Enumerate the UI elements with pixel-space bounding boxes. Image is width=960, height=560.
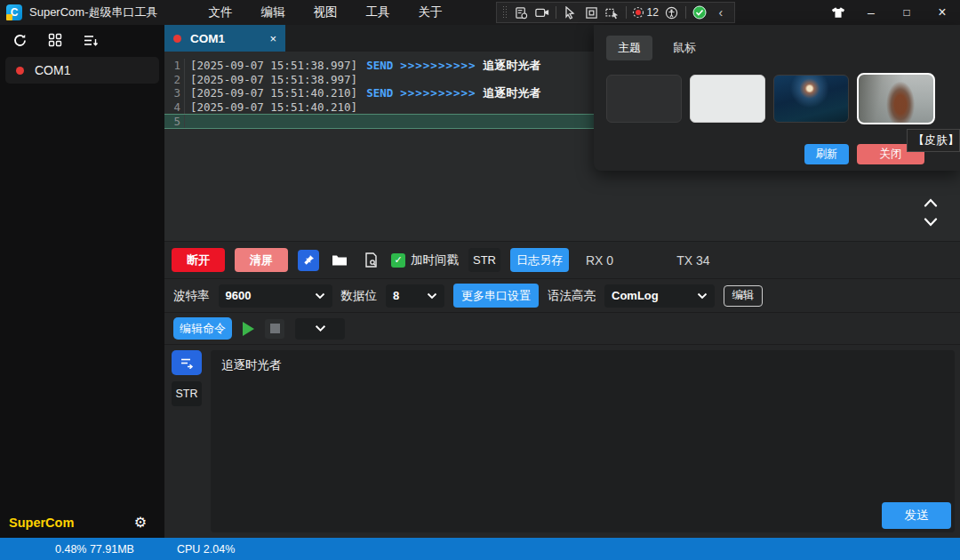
line-number: 2 bbox=[164, 73, 184, 87]
region-capture-icon[interactable] bbox=[583, 4, 599, 20]
cpu-usage: CPU 2.04% bbox=[177, 543, 235, 556]
toolbar-separator bbox=[626, 6, 627, 19]
log-send-tag: SEND bbox=[366, 86, 393, 100]
syntax-highlight-select[interactable]: ComLog bbox=[604, 284, 715, 308]
chevron-down-icon bbox=[427, 292, 437, 300]
clear-screen-button[interactable]: 清屏 bbox=[235, 248, 288, 272]
record-icon bbox=[632, 6, 644, 19]
maximize-button[interactable]: □ bbox=[889, 0, 924, 25]
data-bits-select[interactable]: 8 bbox=[386, 284, 444, 308]
disconnect-button[interactable]: 断开 bbox=[172, 248, 225, 272]
open-folder-icon[interactable] bbox=[329, 250, 350, 271]
chevron-down-icon bbox=[315, 324, 326, 332]
titlebar: C SuperCom-超级串口工具 文件 编辑 视图 工具 关于 bbox=[0, 0, 960, 25]
accessibility-icon[interactable] bbox=[664, 4, 680, 20]
baud-rate-label: 波特率 bbox=[173, 288, 210, 304]
toolbar-separator bbox=[685, 6, 686, 19]
connection-toolbar: 断开 清屏 ✓ 加时间戳 STR 日志另存 RX 0 TX 34 bbox=[164, 241, 960, 278]
menu-view[interactable]: 视图 bbox=[305, 2, 345, 23]
skin-theme-icon[interactable] bbox=[823, 0, 853, 25]
app-title: SuperCom-超级串口工具 bbox=[29, 4, 157, 20]
close-button[interactable]: × bbox=[924, 0, 960, 25]
send-input[interactable]: 追逐时光者 bbox=[211, 350, 955, 532]
edit-commands-button[interactable]: 编辑命令 bbox=[173, 317, 232, 340]
theme-tab[interactable]: 主题 bbox=[606, 36, 652, 60]
log-message: 追逐时光者 bbox=[484, 86, 541, 100]
brand-row: SuperCom ⚙ bbox=[0, 508, 164, 538]
check-status-icon[interactable] bbox=[692, 4, 708, 20]
menu-file[interactable]: 文件 bbox=[200, 2, 240, 23]
tab-close-icon[interactable]: × bbox=[269, 32, 276, 45]
menu-about[interactable]: 关于 bbox=[410, 2, 450, 23]
save-log-button[interactable]: 日志另存 bbox=[510, 248, 569, 272]
sidebar-item-com1[interactable]: COM1 bbox=[5, 57, 159, 84]
camera-icon[interactable] bbox=[534, 4, 550, 20]
log-timestamp: [2025-09-07 15:51:38.997] bbox=[190, 59, 357, 73]
gutter-divider bbox=[184, 73, 185, 87]
line-number: 3 bbox=[164, 86, 184, 100]
gutter-divider bbox=[184, 100, 185, 115]
chevron-down-icon bbox=[697, 292, 708, 300]
send-list-icon bbox=[180, 357, 194, 369]
scroll-to-bottom-icon[interactable] bbox=[923, 216, 939, 228]
theme-thumbnail-fantasy[interactable] bbox=[773, 75, 849, 123]
tx-counter: TX 34 bbox=[676, 253, 709, 268]
log-timestamp: [2025-09-07 15:51:40.210] bbox=[190, 86, 357, 100]
log-arrows: >>>>>>>>>> bbox=[400, 59, 476, 73]
annotate-document-icon[interactable] bbox=[513, 4, 529, 20]
gutter-divider bbox=[184, 59, 185, 73]
line-number: 1 bbox=[164, 59, 184, 73]
send-mode-column: STR bbox=[172, 350, 204, 532]
cursor-icon[interactable] bbox=[562, 4, 578, 20]
drag-handle-icon[interactable] bbox=[502, 5, 508, 20]
minimize-button[interactable]: – bbox=[853, 0, 889, 25]
log-arrows: >>>>>>>>>> bbox=[400, 86, 476, 100]
list-sort-icon[interactable] bbox=[82, 31, 100, 49]
send-button[interactable]: 发送 bbox=[882, 502, 951, 529]
edit-syntax-button[interactable]: 编辑 bbox=[724, 285, 763, 307]
line-number: 5 bbox=[164, 115, 184, 129]
theme-thumbnail-light[interactable] bbox=[690, 75, 765, 123]
sidebar-toolbar bbox=[0, 25, 164, 55]
menu-tools[interactable]: 工具 bbox=[357, 2, 397, 23]
theme-panel-tabs: 主题 鼠标 bbox=[594, 25, 960, 60]
theme-thumbnail-dark[interactable] bbox=[606, 75, 682, 123]
play-icon[interactable] bbox=[243, 322, 254, 336]
stop-icon bbox=[270, 324, 280, 333]
pin-button[interactable] bbox=[298, 250, 319, 271]
view-log-file-icon[interactable] bbox=[360, 250, 381, 271]
record-counter[interactable]: 12 bbox=[632, 6, 658, 19]
refresh-ports-icon[interactable] bbox=[11, 31, 28, 49]
menu-edit[interactable]: 编辑 bbox=[252, 2, 292, 23]
send-queue-button[interactable] bbox=[172, 350, 202, 375]
memory-usage: 0.48% 77.91MB bbox=[55, 543, 134, 556]
app-window: C SuperCom-超级串口工具 文件 编辑 视图 工具 关于 bbox=[0, 0, 960, 560]
app-logo-icon: C bbox=[6, 4, 22, 20]
gutter-divider bbox=[184, 115, 185, 128]
settings-gear-icon[interactable]: ⚙ bbox=[134, 516, 147, 530]
tab-com1[interactable]: COM1 × bbox=[164, 25, 285, 52]
mouse-tab[interactable]: 鼠标 bbox=[661, 36, 708, 60]
baud-rate-select[interactable]: 9600 bbox=[219, 284, 332, 308]
log-message: 追逐时光者 bbox=[484, 59, 541, 73]
refresh-themes-button[interactable]: 刷新 bbox=[804, 144, 849, 164]
window-controls: – □ × bbox=[823, 0, 960, 25]
stop-button[interactable] bbox=[265, 319, 284, 339]
command-select[interactable] bbox=[295, 318, 345, 340]
skin-tooltip: 【皮肤】美 bbox=[907, 129, 960, 152]
theme-thumbnail-photo-selected[interactable] bbox=[857, 73, 935, 124]
display-mode-str-button[interactable]: STR bbox=[468, 248, 500, 272]
scroll-to-top-icon[interactable] bbox=[923, 196, 939, 209]
timestamp-checkbox-group[interactable]: ✓ 加时间戳 bbox=[391, 252, 459, 268]
data-bits-label: 数据位 bbox=[341, 288, 378, 304]
cursor-select-icon[interactable] bbox=[604, 4, 620, 20]
statusbar: 0.48% 77.91MB CPU 2.04% bbox=[0, 538, 960, 560]
checkbox-checked-icon[interactable]: ✓ bbox=[391, 253, 405, 268]
timestamp-checkbox-label: 加时间戳 bbox=[411, 252, 459, 268]
collapse-toolbar-icon[interactable]: ‹ bbox=[713, 4, 729, 20]
more-serial-settings-button[interactable]: 更多串口设置 bbox=[453, 284, 539, 308]
grid-view-icon[interactable] bbox=[46, 31, 64, 49]
port-status-icon bbox=[16, 67, 24, 75]
send-mode-str-button[interactable]: STR bbox=[172, 381, 202, 406]
tab-label: COM1 bbox=[190, 32, 260, 45]
